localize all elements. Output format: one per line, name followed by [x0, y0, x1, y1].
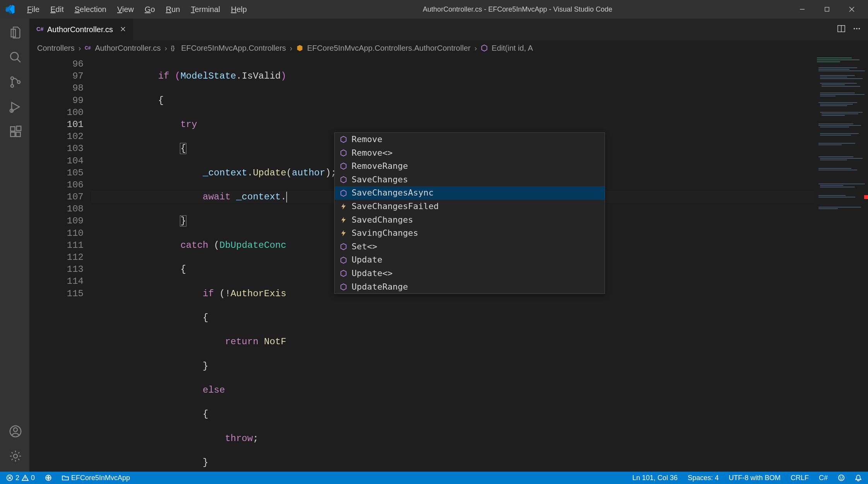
intellisense-suggest-widget[interactable]: RemoveRemove<>RemoveRangeSaveChangesSave… — [334, 132, 605, 294]
status-feedback-icon[interactable] — [836, 474, 846, 481]
run-debug-icon[interactable] — [5, 98, 24, 116]
event-icon — [339, 230, 348, 237]
method-icon — [339, 270, 348, 277]
menu-run[interactable]: Run — [161, 3, 186, 16]
suggestion-label: SavedChanges — [352, 215, 413, 226]
suggestion-item[interactable]: SavedChanges — [335, 213, 605, 227]
method-icon — [339, 149, 348, 156]
status-ports-icon[interactable] — [43, 474, 53, 481]
breadcrumbs[interactable]: Controllers › C# AuthorController.cs › {… — [29, 40, 868, 56]
menu-terminal[interactable]: Terminal — [185, 3, 226, 16]
svg-rect-20 — [817, 57, 852, 58]
more-actions-icon[interactable] — [853, 24, 861, 35]
svg-rect-38 — [820, 112, 863, 113]
suggestion-label: SaveChangesFailed — [352, 201, 439, 212]
breadcrumb-file[interactable]: AuthorController.cs — [95, 44, 161, 53]
suggestion-item[interactable]: Update<> — [335, 267, 605, 280]
tab-close-button[interactable] — [120, 25, 126, 34]
class-icon — [296, 45, 303, 51]
svg-rect-57 — [818, 197, 855, 197]
svg-point-12 — [14, 454, 17, 458]
suggestion-label: Remove — [352, 134, 382, 145]
menu-view[interactable]: View — [112, 3, 139, 16]
source-control-icon[interactable] — [5, 73, 24, 91]
suggestion-label: Update — [352, 254, 382, 266]
method-icon — [339, 190, 348, 197]
svg-point-2 — [10, 77, 13, 80]
window-maximize-button[interactable] — [815, 2, 839, 17]
svg-rect-41 — [818, 124, 853, 124]
editor[interactable]: 96 97 98 99 100 101 102 103 104 105 106 … — [29, 56, 868, 472]
svg-rect-54 — [820, 185, 843, 186]
menu-help[interactable]: Help — [226, 3, 252, 16]
chevron-right-icon: › — [474, 44, 477, 53]
namespace-icon: {} — [171, 45, 177, 51]
svg-rect-23 — [818, 67, 857, 68]
svg-rect-29 — [820, 83, 857, 84]
method-icon — [339, 176, 348, 183]
status-notifications-icon[interactable] — [853, 474, 863, 481]
svg-rect-24 — [818, 69, 849, 70]
svg-rect-37 — [820, 105, 847, 106]
svg-point-1 — [10, 52, 18, 60]
window-minimize-button[interactable] — [791, 2, 814, 17]
code-content[interactable]: if (ModelState.IsValid) { try { _context… — [91, 56, 814, 472]
status-project[interactable]: EFCore5InMvcApp — [60, 474, 132, 482]
svg-rect-61 — [814, 56, 868, 288]
status-indentation[interactable]: Spaces: 4 — [686, 474, 720, 482]
explorer-icon[interactable] — [5, 23, 24, 42]
breadcrumb-class[interactable]: EFCore5InMvcApp.Controllers.AuthorContro… — [307, 44, 470, 53]
svg-rect-36 — [820, 104, 853, 105]
svg-point-11 — [14, 428, 17, 432]
suggestion-item[interactable]: SavingChanges — [335, 227, 605, 240]
suggestion-item[interactable]: RemoveRange — [335, 160, 605, 173]
menu-edit[interactable]: Edit — [45, 3, 69, 16]
svg-point-15 — [854, 28, 855, 29]
breadcrumb-namespace[interactable]: EFCore5InMvcApp.Controllers — [181, 44, 286, 53]
svg-point-64 — [839, 475, 844, 481]
status-bar: 2 0 EFCore5InMvcApp Ln 101, Col 36 Space… — [0, 472, 868, 484]
chevron-right-icon: › — [79, 44, 81, 53]
settings-gear-icon[interactable] — [5, 447, 24, 465]
window-close-button[interactable] — [840, 2, 863, 17]
svg-rect-47 — [818, 144, 842, 145]
text-cursor — [286, 192, 287, 203]
minimap[interactable] — [814, 56, 868, 472]
svg-rect-21 — [817, 59, 859, 60]
suggestion-item[interactable]: Remove — [335, 133, 605, 146]
status-problems[interactable]: 2 0 — [5, 474, 36, 482]
status-eol[interactable]: CRLF — [789, 474, 810, 482]
svg-rect-53 — [818, 184, 865, 184]
suggestion-item[interactable]: UpdateRange — [335, 280, 605, 294]
breadcrumb-method[interactable]: Edit(int id, A — [492, 44, 533, 53]
menu-selection[interactable]: Selection — [69, 3, 112, 16]
accounts-icon[interactable] — [5, 422, 24, 441]
svg-point-16 — [856, 28, 858, 29]
suggestion-label: UpdateRange — [352, 281, 408, 293]
window-title: AuthorController.cs - EFCore5InMvcApp - … — [252, 5, 783, 14]
activity-bar — [0, 19, 29, 472]
status-language[interactable]: C# — [817, 474, 829, 482]
svg-rect-45 — [820, 135, 851, 136]
suggestion-item[interactable]: Update — [335, 253, 605, 267]
svg-rect-9 — [16, 126, 21, 130]
breadcrumb-folder[interactable]: Controllers — [37, 44, 75, 53]
split-editor-icon[interactable] — [837, 24, 846, 35]
tab-authorcontroller[interactable]: C# AuthorController.cs — [29, 19, 133, 40]
suggestion-item[interactable]: Set<> — [335, 240, 605, 254]
svg-rect-25 — [818, 70, 865, 71]
suggestion-item[interactable]: Remove<> — [335, 146, 605, 160]
menu-go[interactable]: Go — [139, 3, 161, 16]
extensions-icon[interactable] — [5, 122, 24, 141]
menu-file[interactable]: FFileile — [22, 3, 45, 16]
status-encoding[interactable]: UTF-8 with BOM — [727, 474, 782, 482]
svg-rect-48 — [818, 156, 853, 157]
suggestion-item[interactable]: SaveChangesAsync — [335, 186, 605, 200]
search-icon[interactable] — [5, 48, 24, 67]
svg-rect-31 — [822, 86, 860, 87]
suggestion-item[interactable]: SaveChangesFailed — [335, 200, 605, 213]
svg-point-17 — [859, 28, 860, 29]
status-cursor-position[interactable]: Ln 101, Col 36 — [631, 474, 679, 482]
suggestion-item[interactable]: SaveChanges — [335, 173, 605, 187]
tab-label: AuthorController.cs — [47, 25, 113, 34]
